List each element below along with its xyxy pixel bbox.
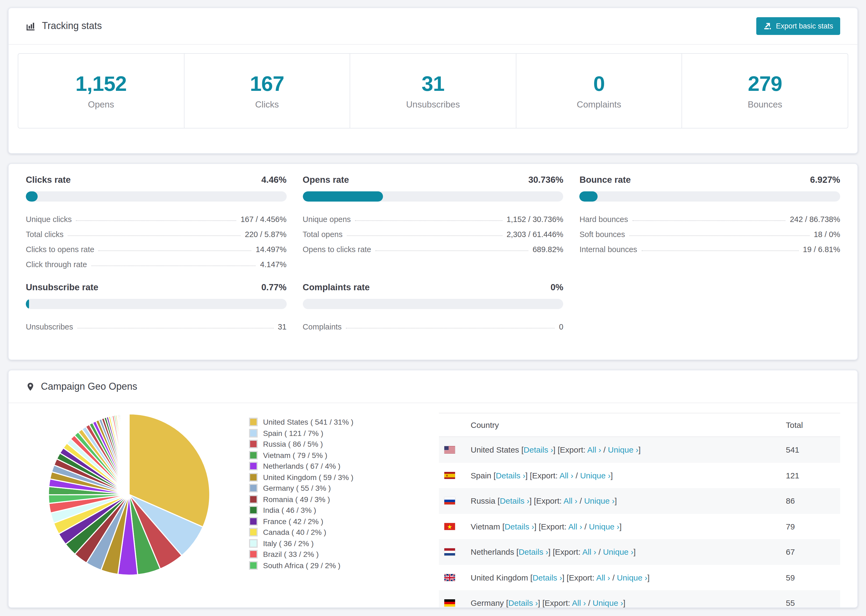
total-value: 79 — [786, 522, 795, 531]
progress-bar — [26, 299, 287, 309]
stats-boxes: 1,152Opens167Clicks31Unsubscribes0Compla… — [18, 53, 848, 129]
geo-body: United States ( 541 / 31% )Spain ( 121 /… — [9, 403, 857, 603]
bar-chart-icon — [26, 21, 36, 31]
details-link[interactable]: Details › — [496, 471, 525, 480]
row-text: ] [Export: — [538, 599, 572, 608]
legend-label: Russia ( 86 / 5% ) — [263, 440, 323, 449]
row-text: ] — [647, 573, 650, 582]
rate-row-label: Hard bounces — [579, 215, 628, 225]
rate-row-label: Unique clicks — [26, 215, 72, 225]
rate-row: Unsubscribes31 — [26, 318, 287, 333]
flag-vn-icon — [444, 523, 455, 530]
legend-swatch — [249, 484, 258, 493]
details-link[interactable]: Details › — [508, 599, 538, 608]
rate-header: Opens rate30.736% — [302, 175, 563, 185]
rates-card: Clicks rate4.46%Unique clicks167 / 4.456… — [8, 163, 858, 360]
dotted-leader — [91, 266, 256, 266]
export-all-link[interactable]: All › — [564, 497, 578, 506]
export-all-link[interactable]: All › — [596, 573, 610, 582]
rate-row-value: 220 / 5.87% — [245, 230, 287, 240]
progress-bar-fill — [26, 299, 29, 309]
export-all-link[interactable]: All › — [568, 522, 582, 531]
row-text: ] [Export: — [548, 547, 582, 556]
row-text: ] — [619, 522, 622, 531]
rate-header: Unsubscribe rate0.77% — [26, 282, 287, 292]
rate-value: 30.736% — [528, 175, 563, 185]
rate-rows: Hard bounces242 / 86.738%Soft bounces18 … — [579, 210, 840, 255]
total-value: 55 — [786, 599, 795, 608]
dotted-leader — [629, 236, 809, 236]
export-unique-link[interactable]: Unique › — [580, 471, 611, 480]
details-link[interactable]: Details › — [518, 547, 548, 556]
legend-swatch — [249, 495, 258, 504]
rate-rows: Unique clicks167 / 4.456%Total clicks220… — [26, 210, 287, 270]
progress-bar-fill — [579, 191, 598, 201]
rate-row: Unique clicks167 / 4.456% — [26, 210, 287, 225]
stat-value: 31 — [422, 72, 444, 96]
export-all-link[interactable]: All › — [587, 445, 601, 454]
row-text: ] — [638, 445, 641, 454]
row-text: Germany [ — [471, 599, 508, 608]
export-unique-link[interactable]: Unique › — [603, 547, 633, 556]
stat-label: Opens — [88, 99, 114, 110]
legend-item: Romania ( 49 / 3% ) — [249, 494, 353, 505]
legend-label: Brazil ( 33 / 2% ) — [263, 550, 319, 559]
legend-swatch — [249, 539, 258, 548]
row-text: Vietnam [ — [471, 522, 505, 531]
stat-value: 279 — [748, 72, 782, 96]
table-row: United States [Details ›] [Export: All ›… — [439, 437, 840, 462]
rate-row-label: Total opens — [302, 230, 342, 240]
export-all-link[interactable]: All › — [582, 547, 596, 556]
export-unique-link[interactable]: Unique › — [617, 573, 647, 582]
dotted-leader — [375, 250, 528, 251]
legend-swatch — [249, 561, 258, 570]
details-link[interactable]: Details › — [500, 497, 529, 506]
export-basic-stats-button[interactable]: Export basic stats — [757, 17, 840, 35]
rate-rows: Unsubscribes31 — [26, 318, 287, 333]
export-unique-link[interactable]: Unique › — [593, 599, 623, 608]
export-all-link[interactable]: All › — [572, 599, 586, 608]
legend-item: Vietnam ( 79 / 5% ) — [249, 449, 353, 460]
row-text: ] [Export: — [529, 497, 564, 506]
row-text: ] — [614, 497, 617, 506]
row-text: ] [Export: — [562, 573, 596, 582]
legend-swatch — [249, 418, 258, 426]
rate-row-value: 0 — [559, 322, 564, 333]
legend-label: Germany ( 55 / 3% ) — [263, 484, 331, 493]
geo-pie-chart[interactable] — [45, 411, 213, 578]
legend-label: Italy ( 36 / 2% ) — [263, 539, 313, 548]
details-link[interactable]: Details › — [532, 573, 562, 582]
row-text: ] — [623, 599, 625, 608]
export-icon — [764, 22, 772, 30]
rate-row: Hard bounces242 / 86.738% — [579, 210, 840, 225]
details-link[interactable]: Details › — [524, 445, 553, 454]
country-cell: United States [Details ›] [Export: All ›… — [471, 445, 641, 454]
rate-row: Complaints0 — [302, 318, 563, 333]
rates-grid: Clicks rate4.46%Unique clicks167 / 4.456… — [9, 164, 857, 333]
rate-row: Click through rate4.147% — [26, 255, 287, 270]
legend-swatch — [249, 506, 258, 515]
legend-item: United States ( 541 / 31% ) — [249, 416, 353, 427]
tracking-stats-title: Tracking stats — [42, 20, 102, 32]
export-unique-link[interactable]: Unique › — [584, 497, 614, 506]
details-link[interactable]: Details › — [505, 522, 534, 531]
row-text: United States [ — [471, 445, 524, 454]
rate-rows: Unique opens1,152 / 30.736%Total opens2,… — [302, 210, 563, 255]
flag-de-icon — [444, 599, 455, 607]
rate-block: Clicks rate4.46%Unique clicks167 / 4.456… — [26, 175, 287, 270]
export-all-link[interactable]: All › — [559, 471, 573, 480]
geo-table-body: United States [Details ›] [Export: All ›… — [439, 437, 840, 608]
stat-value: 167 — [250, 72, 284, 96]
export-unique-link[interactable]: Unique › — [589, 522, 619, 531]
rate-row-value: 2,303 / 61.446% — [506, 230, 563, 240]
export-unique-link[interactable]: Unique › — [608, 445, 638, 454]
dotted-leader — [355, 220, 502, 221]
rate-row: Clicks to opens rate14.497% — [26, 240, 287, 255]
rate-row: Opens to clicks rate689.82% — [302, 240, 563, 255]
stat-label: Complaints — [577, 99, 621, 110]
legend-item: Russia ( 86 / 5% ) — [249, 438, 353, 449]
legend-swatch — [249, 462, 258, 471]
pie-slice[interactable] — [129, 414, 129, 495]
row-text: / — [573, 471, 580, 480]
rate-row-value: 31 — [278, 322, 287, 333]
